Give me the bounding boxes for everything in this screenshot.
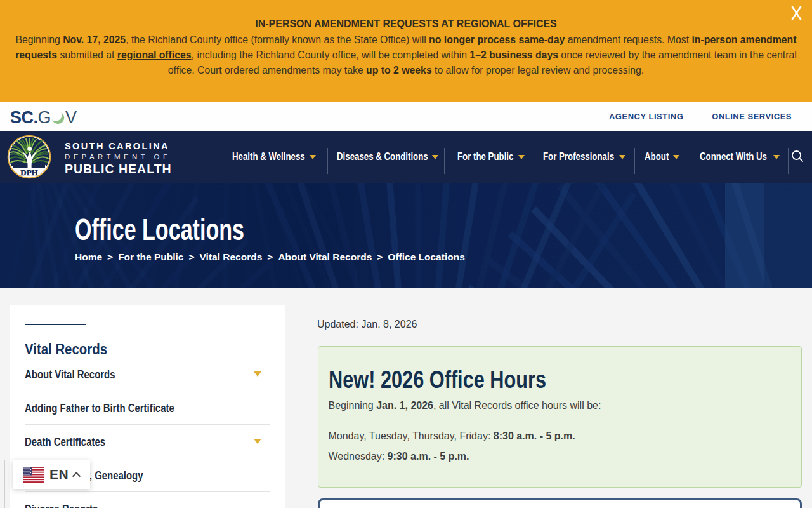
svg-text:DPH: DPH [20,168,37,177]
